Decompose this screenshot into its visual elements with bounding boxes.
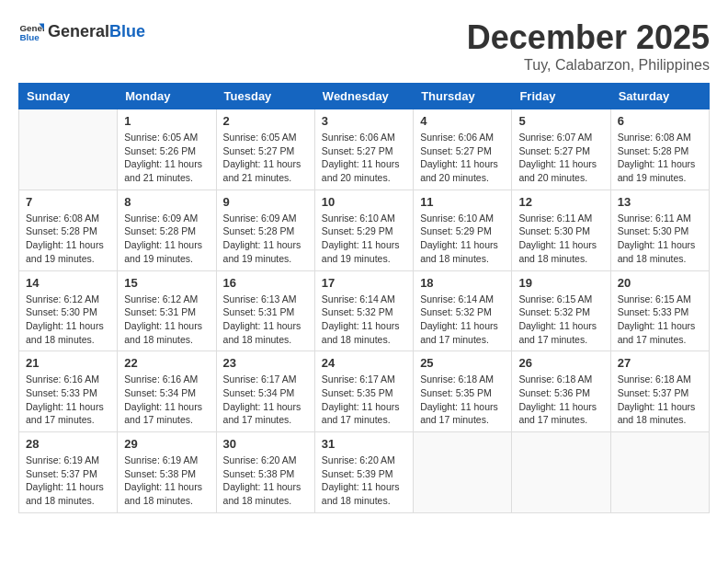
calendar-day-cell: 9Sunrise: 6:09 AMSunset: 5:28 PMDaylight… xyxy=(216,190,314,270)
day-info: Sunrise: 6:08 AMSunset: 5:28 PMDaylight:… xyxy=(618,131,702,185)
day-number: 22 xyxy=(124,356,209,370)
day-info: Sunrise: 6:08 AMSunset: 5:28 PMDaylight:… xyxy=(26,212,110,266)
day-info: Sunrise: 6:19 AMSunset: 5:38 PMDaylight:… xyxy=(124,454,209,508)
day-info: Sunrise: 6:11 AMSunset: 5:30 PMDaylight:… xyxy=(518,212,603,266)
day-number: 10 xyxy=(322,195,406,209)
day-number: 21 xyxy=(26,356,110,370)
day-number: 18 xyxy=(420,276,505,290)
calendar-week-row: 1Sunrise: 6:05 AMSunset: 5:26 PMDaylight… xyxy=(19,109,710,190)
weekday-header: Wednesday xyxy=(314,84,413,109)
weekday-header: Friday xyxy=(512,84,610,109)
calendar-day-cell: 23Sunrise: 6:17 AMSunset: 5:34 PMDayligh… xyxy=(216,351,314,432)
day-number: 8 xyxy=(124,195,209,209)
calendar-day-cell: 10Sunrise: 6:10 AMSunset: 5:29 PMDayligh… xyxy=(314,190,413,270)
calendar-day-cell: 13Sunrise: 6:11 AMSunset: 5:30 PMDayligh… xyxy=(610,190,709,270)
day-number: 20 xyxy=(618,276,702,290)
calendar-week-row: 21Sunrise: 6:16 AMSunset: 5:33 PMDayligh… xyxy=(19,351,710,432)
logo-blue-text: Blue xyxy=(109,22,145,41)
weekday-header: Thursday xyxy=(414,84,512,109)
day-number: 7 xyxy=(26,195,110,209)
day-info: Sunrise: 6:11 AMSunset: 5:30 PMDaylight:… xyxy=(618,212,702,266)
day-info: Sunrise: 6:14 AMSunset: 5:32 PMDaylight:… xyxy=(322,293,406,347)
day-info: Sunrise: 6:17 AMSunset: 5:34 PMDaylight:… xyxy=(223,373,308,427)
header: General Blue General Blue December 2025 … xyxy=(18,18,710,74)
calendar-day-cell: 2Sunrise: 6:05 AMSunset: 5:27 PMDaylight… xyxy=(216,109,314,190)
day-info: Sunrise: 6:12 AMSunset: 5:30 PMDaylight:… xyxy=(26,293,110,347)
day-info: Sunrise: 6:05 AMSunset: 5:27 PMDaylight:… xyxy=(223,131,308,185)
day-number: 12 xyxy=(518,195,603,209)
calendar-day-cell: 26Sunrise: 6:18 AMSunset: 5:36 PMDayligh… xyxy=(512,351,610,432)
day-number: 15 xyxy=(124,276,209,290)
calendar-day-cell: 6Sunrise: 6:08 AMSunset: 5:28 PMDaylight… xyxy=(610,109,709,190)
day-info: Sunrise: 6:07 AMSunset: 5:27 PMDaylight:… xyxy=(518,131,603,185)
calendar-day-cell: 27Sunrise: 6:18 AMSunset: 5:37 PMDayligh… xyxy=(610,351,709,432)
calendar-day-cell: 4Sunrise: 6:06 AMSunset: 5:27 PMDaylight… xyxy=(414,109,512,190)
logo: General Blue General Blue xyxy=(18,18,145,44)
day-info: Sunrise: 6:06 AMSunset: 5:27 PMDaylight:… xyxy=(322,131,406,185)
calendar-day-cell: 19Sunrise: 6:15 AMSunset: 5:32 PMDayligh… xyxy=(512,270,610,351)
svg-text:Blue: Blue xyxy=(19,32,40,42)
day-number: 13 xyxy=(618,195,702,209)
calendar-day-cell: 18Sunrise: 6:14 AMSunset: 5:32 PMDayligh… xyxy=(414,270,512,351)
day-info: Sunrise: 6:15 AMSunset: 5:32 PMDaylight:… xyxy=(518,293,603,347)
calendar-day-cell: 17Sunrise: 6:14 AMSunset: 5:32 PMDayligh… xyxy=(314,270,413,351)
day-number: 11 xyxy=(420,195,505,209)
day-info: Sunrise: 6:10 AMSunset: 5:29 PMDaylight:… xyxy=(420,212,505,266)
calendar-day-cell: 28Sunrise: 6:19 AMSunset: 5:37 PMDayligh… xyxy=(19,432,118,513)
weekday-header: Tuesday xyxy=(216,84,314,109)
logo-general-text: General xyxy=(48,22,109,41)
calendar-day-cell: 8Sunrise: 6:09 AMSunset: 5:28 PMDaylight… xyxy=(118,190,216,270)
calendar-day-cell xyxy=(19,109,118,190)
day-number: 9 xyxy=(223,195,308,209)
calendar-day-cell: 5Sunrise: 6:07 AMSunset: 5:27 PMDaylight… xyxy=(512,109,610,190)
day-number: 26 xyxy=(518,356,603,370)
day-number: 1 xyxy=(124,114,209,128)
day-number: 30 xyxy=(223,437,308,451)
calendar-day-cell: 12Sunrise: 6:11 AMSunset: 5:30 PMDayligh… xyxy=(512,190,610,270)
calendar-day-cell: 15Sunrise: 6:12 AMSunset: 5:31 PMDayligh… xyxy=(118,270,216,351)
day-number: 16 xyxy=(223,276,308,290)
calendar-day-cell: 1Sunrise: 6:05 AMSunset: 5:26 PMDaylight… xyxy=(118,109,216,190)
calendar-day-cell: 14Sunrise: 6:12 AMSunset: 5:30 PMDayligh… xyxy=(19,270,118,351)
calendar-day-cell xyxy=(414,432,512,513)
day-number: 23 xyxy=(223,356,308,370)
day-number: 28 xyxy=(26,437,110,451)
calendar-day-cell: 31Sunrise: 6:20 AMSunset: 5:39 PMDayligh… xyxy=(314,432,413,513)
day-info: Sunrise: 6:12 AMSunset: 5:31 PMDaylight:… xyxy=(124,293,209,347)
calendar-day-cell: 24Sunrise: 6:17 AMSunset: 5:35 PMDayligh… xyxy=(314,351,413,432)
title-area: December 2025 Tuy, Calabarzon, Philippin… xyxy=(467,18,710,74)
day-info: Sunrise: 6:14 AMSunset: 5:32 PMDaylight:… xyxy=(420,293,505,347)
calendar-day-cell: 11Sunrise: 6:10 AMSunset: 5:29 PMDayligh… xyxy=(414,190,512,270)
day-info: Sunrise: 6:15 AMSunset: 5:33 PMDaylight:… xyxy=(618,293,702,347)
day-info: Sunrise: 6:10 AMSunset: 5:29 PMDaylight:… xyxy=(322,212,406,266)
calendar-day-cell: 7Sunrise: 6:08 AMSunset: 5:28 PMDaylight… xyxy=(19,190,118,270)
calendar: SundayMondayTuesdayWednesdayThursdayFrid… xyxy=(18,83,710,513)
calendar-day-cell xyxy=(512,432,610,513)
day-info: Sunrise: 6:18 AMSunset: 5:37 PMDaylight:… xyxy=(618,373,702,427)
day-info: Sunrise: 6:19 AMSunset: 5:37 PMDaylight:… xyxy=(26,454,110,508)
calendar-week-row: 14Sunrise: 6:12 AMSunset: 5:30 PMDayligh… xyxy=(19,270,710,351)
day-info: Sunrise: 6:06 AMSunset: 5:27 PMDaylight:… xyxy=(420,131,505,185)
day-info: Sunrise: 6:18 AMSunset: 5:35 PMDaylight:… xyxy=(420,373,505,427)
day-info: Sunrise: 6:09 AMSunset: 5:28 PMDaylight:… xyxy=(124,212,209,266)
day-number: 4 xyxy=(420,114,505,128)
month-title: December 2025 xyxy=(467,18,710,57)
logo-icon: General Blue xyxy=(18,18,44,44)
day-number: 29 xyxy=(124,437,209,451)
day-info: Sunrise: 6:20 AMSunset: 5:38 PMDaylight:… xyxy=(223,454,308,508)
day-number: 25 xyxy=(420,356,505,370)
calendar-day-cell: 20Sunrise: 6:15 AMSunset: 5:33 PMDayligh… xyxy=(610,270,709,351)
calendar-day-cell: 16Sunrise: 6:13 AMSunset: 5:31 PMDayligh… xyxy=(216,270,314,351)
calendar-day-cell: 30Sunrise: 6:20 AMSunset: 5:38 PMDayligh… xyxy=(216,432,314,513)
day-info: Sunrise: 6:18 AMSunset: 5:36 PMDaylight:… xyxy=(518,373,603,427)
day-number: 19 xyxy=(518,276,603,290)
day-number: 31 xyxy=(322,437,406,451)
calendar-day-cell: 29Sunrise: 6:19 AMSunset: 5:38 PMDayligh… xyxy=(118,432,216,513)
day-number: 2 xyxy=(223,114,308,128)
calendar-header-row: SundayMondayTuesdayWednesdayThursdayFrid… xyxy=(19,84,710,109)
day-info: Sunrise: 6:16 AMSunset: 5:34 PMDaylight:… xyxy=(124,373,209,427)
calendar-day-cell: 25Sunrise: 6:18 AMSunset: 5:35 PMDayligh… xyxy=(414,351,512,432)
weekday-header: Saturday xyxy=(610,84,709,109)
day-number: 5 xyxy=(518,114,603,128)
calendar-week-row: 7Sunrise: 6:08 AMSunset: 5:28 PMDaylight… xyxy=(19,190,710,270)
